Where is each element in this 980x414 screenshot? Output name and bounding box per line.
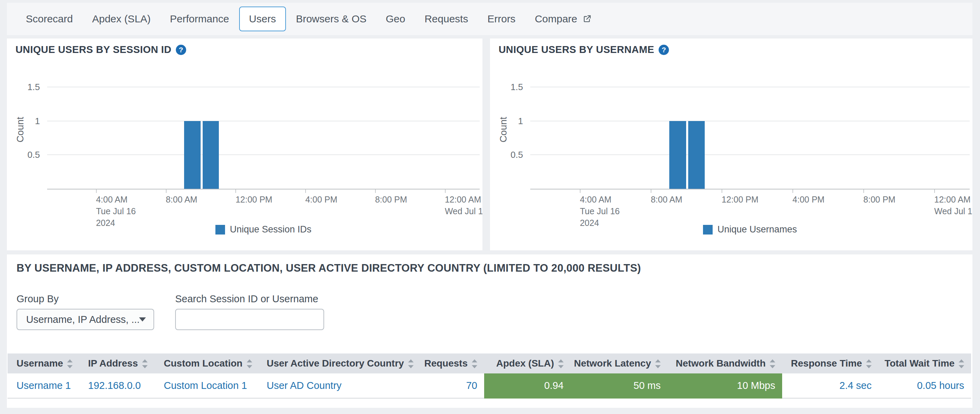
ip-address-link[interactable]: 192.168.0.0	[79, 373, 155, 398]
session-id-bar-chart: 0.511.54:00 AMTue Jul 1620248:00 AM12:00…	[7, 38, 482, 250]
y-tick-label: 1.5	[490, 81, 523, 93]
chart-bar[interactable]	[669, 121, 686, 189]
col-header-requests[interactable]: Requests	[420, 354, 484, 373]
legend-swatch-icon	[215, 225, 225, 235]
chart-header: UNIQUE USERS BY USERNAME ?	[499, 44, 669, 56]
sort-icon	[472, 358, 477, 369]
col-header-ip-address[interactable]: IP Address	[79, 354, 155, 373]
col-header-network-latency[interactable]: Network Latency	[571, 354, 668, 373]
col-header-username[interactable]: Username	[8, 354, 79, 373]
help-icon[interactable]: ?	[176, 45, 186, 55]
x-tick-mark	[934, 189, 935, 193]
x-axis-line	[530, 189, 970, 189]
tab-label: Geo	[386, 13, 405, 25]
tab-apdex-sla[interactable]: Apdex (SLA)	[92, 13, 151, 25]
external-link-icon	[582, 14, 592, 24]
tab-browsers-os[interactable]: Browsers & OS	[296, 13, 366, 25]
y-tick-label: 0.5	[490, 149, 523, 160]
ad-country-link[interactable]: User AD Country	[258, 373, 420, 398]
apdex-value: 0.94	[484, 373, 571, 398]
x-tick-label: 12:00 AMWed Jul 17	[445, 194, 482, 217]
tab-label: Apdex (SLA)	[92, 13, 151, 25]
response-time-value: 2.4 sec	[782, 373, 878, 398]
x-tick-mark	[235, 189, 236, 193]
gridline	[47, 87, 480, 87]
group-by-selected-value: Username, IP Address, ...	[17, 314, 139, 325]
x-tick-label: 8:00 PM	[863, 194, 895, 205]
gridline	[47, 154, 480, 155]
search-input[interactable]	[175, 309, 324, 330]
gridline	[530, 121, 970, 121]
legend-label: Unique Usernames	[718, 224, 797, 235]
col-header-response-time[interactable]: Response Time	[782, 354, 878, 373]
sort-icon	[770, 358, 775, 369]
tab-label: Users	[249, 13, 276, 25]
chart-title: UNIQUE USERS BY SESSION ID	[16, 44, 171, 56]
sort-icon	[558, 358, 564, 369]
x-tick-label: 4:00 AMTue Jul 162024	[96, 194, 136, 228]
users-breakdown-panel: BY USERNAME, IP ADDRESS, CUSTOM LOCATION…	[7, 254, 972, 408]
x-tick-mark	[722, 189, 722, 193]
x-tick-label: 4:00 PM	[305, 194, 337, 205]
chart-title: UNIQUE USERS BY USERNAME	[499, 44, 654, 56]
legend-swatch-icon	[703, 225, 713, 235]
tab-compare[interactable]: Compare	[535, 13, 592, 25]
network-bandwidth-value: 10 Mbps	[668, 373, 782, 398]
x-tick-mark	[166, 189, 167, 193]
x-tick-label: 12:00 PM	[722, 194, 759, 205]
chart-legend: Unique Usernames	[530, 224, 970, 235]
network-latency-value: 50 ms	[571, 373, 668, 398]
sort-icon	[247, 358, 252, 369]
x-tick-label: 8:00 AM	[651, 194, 682, 205]
x-tick-mark	[445, 189, 445, 193]
col-header-ad-country[interactable]: User Active Directory Country	[258, 354, 420, 373]
tab-scorecard[interactable]: Scorecard	[26, 13, 73, 25]
tab-errors[interactable]: Errors	[487, 13, 515, 25]
help-icon[interactable]: ?	[659, 45, 669, 55]
x-tick-mark	[96, 189, 97, 193]
sort-icon	[142, 358, 148, 369]
tab-label: Browsers & OS	[296, 13, 366, 25]
sort-icon	[866, 358, 872, 369]
y-axis-label: Count	[498, 117, 509, 142]
gridline	[530, 87, 970, 87]
unique-users-by-username-card: UNIQUE USERS BY USERNAME ? 0.511.54:00 A…	[490, 38, 972, 250]
custom-location-link[interactable]: Custom Location 1	[155, 373, 258, 398]
chart-legend: Unique Session IDs	[47, 224, 480, 235]
gridline	[47, 121, 480, 121]
sort-icon	[408, 358, 414, 369]
col-header-custom-location[interactable]: Custom Location	[155, 354, 258, 373]
table-row: Username 1 192.168.0.0 Custom Location 1…	[8, 373, 971, 398]
chevron-down-icon	[139, 317, 146, 322]
x-tick-mark	[651, 189, 651, 193]
tab-performance[interactable]: Performance	[170, 13, 229, 25]
x-tick-label: 8:00 AM	[166, 194, 197, 205]
legend-label: Unique Session IDs	[230, 224, 312, 235]
tab-geo[interactable]: Geo	[386, 13, 405, 25]
x-tick-mark	[863, 189, 864, 193]
tab-requests[interactable]: Requests	[425, 13, 468, 25]
tab-label: Compare	[535, 13, 577, 25]
col-header-apdex[interactable]: Apdex (SLA)	[484, 354, 571, 373]
x-axis-line	[47, 189, 480, 189]
x-tick-label: 4:00 PM	[792, 194, 824, 205]
chart-bar[interactable]	[688, 121, 705, 189]
col-header-total-wait-time[interactable]: Total Wait Time	[878, 354, 971, 373]
section-title: BY USERNAME, IP ADDRESS, CUSTOM LOCATION…	[16, 262, 641, 274]
x-tick-label: 12:00 AMWed Jul 17	[934, 194, 972, 217]
report-tab-bar: Scorecard Apdex (SLA) Performance Users …	[7, 3, 972, 35]
username-link[interactable]: Username 1	[8, 373, 79, 398]
tab-label: Scorecard	[26, 13, 73, 25]
x-tick-label: 8:00 PM	[375, 194, 407, 205]
chart-header: UNIQUE USERS BY SESSION ID ?	[16, 44, 186, 56]
table-header-row: Username IP Address Custom Location User…	[8, 354, 971, 373]
col-header-network-bandwidth[interactable]: Network Bandwidth	[668, 354, 782, 373]
chart-bar[interactable]	[203, 121, 219, 189]
group-by-select[interactable]: Username, IP Address, ...	[16, 309, 154, 330]
x-tick-label: 4:00 AMTue Jul 162024	[580, 194, 620, 228]
sort-icon	[655, 358, 661, 369]
tab-users[interactable]: Users	[239, 6, 286, 31]
y-tick-label: 0.5	[7, 149, 40, 160]
tab-label: Requests	[425, 13, 468, 25]
chart-bar[interactable]	[184, 121, 200, 189]
